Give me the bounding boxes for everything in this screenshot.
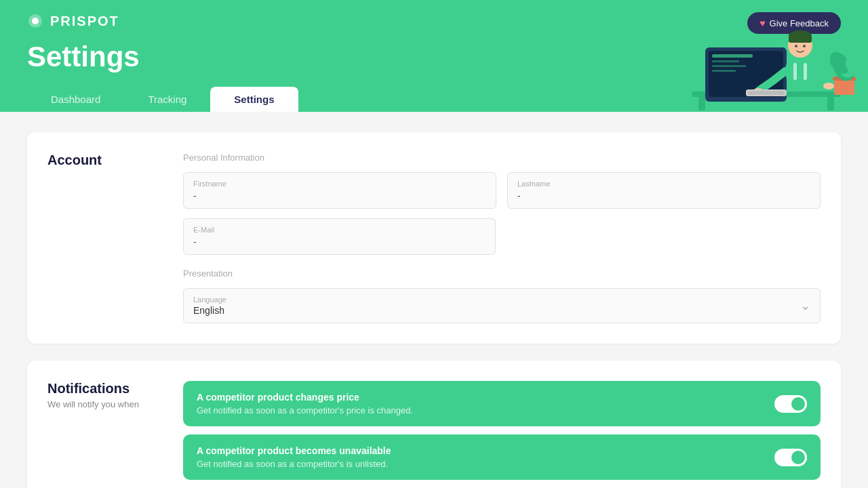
notification-unavailable: A competitor product becomes unavailable… [183,434,821,480]
toggle-unavailable[interactable] [774,449,807,466]
email-value: - [193,237,486,247]
svg-rect-9 [712,54,753,58]
svg-rect-18 [789,36,812,43]
svg-point-1 [32,18,39,24]
language-value: English [193,305,226,316]
svg-rect-14 [793,63,797,80]
logo: PRISPOT [27,13,119,33]
main-content: Account Personal Information Firstname -… [0,112,868,488]
header: PRISPOT ♥ Give Feedback Settings Dashboa… [0,0,868,112]
firstname-field[interactable]: Firstname - [183,172,496,209]
notifications-section: Notifications We will notify you when A … [27,361,841,488]
tab-settings[interactable]: Settings [210,87,298,112]
notif-title-1: A competitor product changes price [197,392,413,403]
notif-text-2: A competitor product becomes unavailable… [197,445,391,469]
account-content: Personal Information Firstname - Lastnam… [183,152,821,323]
tab-tracking[interactable]: Tracking [124,87,210,112]
language-field-inner: Language English [193,296,226,316]
firstname-value: - [193,190,486,201]
account-title: Account [47,152,156,168]
svg-rect-10 [712,60,739,62]
lastname-value: - [517,190,810,201]
notif-title-2: A competitor product becomes unavailable [197,445,391,456]
svg-rect-11 [712,65,746,67]
lastname-label: Lastname [517,180,810,188]
svg-rect-12 [712,70,736,72]
svg-point-22 [823,83,834,89]
email-field[interactable]: E-Mail - [183,218,496,255]
svg-point-20 [803,45,806,47]
svg-rect-24 [748,91,785,95]
svg-point-19 [795,45,797,47]
lastname-field[interactable]: Lastname - [507,172,821,209]
svg-rect-4 [827,97,834,110]
notification-price-change: A competitor product changes price Get n… [183,381,821,426]
notif-text-1: A competitor product changes price Get n… [197,392,413,415]
language-label: Language [193,296,226,304]
account-section: Account Personal Information Firstname -… [27,132,841,344]
toggle-knob-1 [791,397,805,411]
email-row: E-Mail - [183,218,821,255]
illustration [665,3,868,112]
email-label: E-Mail [193,226,486,234]
chevron-down-icon: ⌄ [800,298,810,313]
toggle-price-change[interactable] [774,395,807,413]
svg-point-13 [785,52,815,90]
notif-desc-2: Get notified as soon as a competitor's i… [197,459,391,469]
language-dropdown[interactable]: Language English ⌄ [183,288,821,323]
notifications-content: A competitor product changes price Get n… [183,381,821,488]
svg-rect-3 [698,97,705,110]
toggle-knob-2 [791,451,805,464]
name-row: Firstname - Lastname - [183,172,821,209]
notif-desc-1: Get notified as soon as a competitor's p… [197,405,413,415]
tab-dashboard[interactable]: Dashboard [27,87,124,112]
firstname-label: Firstname [193,180,486,188]
personal-info-label: Personal Information [183,152,821,163]
notifications-title: Notifications [47,381,156,396]
notifications-subtitle: We will notify you when [47,399,156,409]
presentation-label: Presentation [183,268,821,279]
svg-rect-15 [804,63,807,80]
